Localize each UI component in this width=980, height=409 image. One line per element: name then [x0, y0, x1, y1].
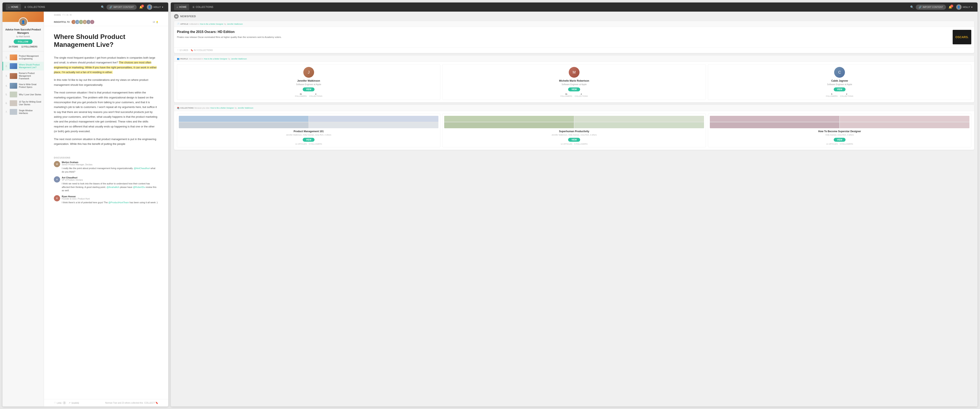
author-link[interactable]: Jennifer Watkinson: [227, 23, 243, 25]
mention-2[interactable]: @Anahallich: [107, 186, 119, 188]
mention-3[interactable]: @RobertDu: [133, 186, 145, 188]
collections-type: COLLECTIONS: [180, 107, 194, 109]
collections-stat: 🔖 IN 3 COLLECTIONS: [191, 49, 213, 51]
left-panel: ⌂ HOME ☰ COLLECTIONS 🔍 🔗 IMPORT CONTENT …: [3, 3, 168, 406]
chevron-down-icon: ▾: [162, 6, 163, 8]
sidebar-stats: 24 ITEMS 12 FOLLOWERS: [5, 46, 41, 48]
import-button-right[interactable]: 🔗 IMPORT CONTENT: [916, 5, 946, 10]
discussion-item-3: R Ryan Hoover Founder & CEO, Product Hun…: [54, 195, 158, 204]
disc-text-3: I think there's a lot of potential here …: [62, 201, 158, 204]
nav-home-right[interactable]: ⌂ HOME: [174, 4, 189, 10]
import-button[interactable]: 🔗 IMPORT CONTENT: [107, 5, 137, 10]
nav-collections[interactable]: ☰ COLLECTIONS: [22, 4, 48, 10]
article-para-2: In this note I'd like to lay out the con…: [54, 78, 158, 87]
people-card: 👥 PEOPLE Also interested in How to Be a …: [174, 56, 974, 102]
bulb-icon: 💡: [156, 21, 158, 23]
user-menu[interactable]: 👤 HOLLY ▾: [145, 3, 165, 11]
link-icon: 🔗: [110, 6, 112, 8]
discussion-item-2: A Ani Chaudhuri VP of Product, Declara I…: [54, 176, 158, 192]
collections-card-header: 📚 COLLECTIONS Because you view How to Be…: [174, 105, 974, 111]
view-coll-1[interactable]: VIEW: [303, 138, 315, 142]
like-button[interactable]: ♡ LIKE 3: [54, 401, 66, 404]
because-by-link[interactable]: Jennifer Watkinson: [238, 107, 253, 109]
newsfeed-icon: 📰: [174, 14, 178, 19]
coll-thumb-2: [444, 116, 704, 128]
notification-button[interactable]: 🔔 4: [138, 4, 145, 10]
email-icon[interactable]: ✉: [70, 13, 72, 16]
mention-1[interactable]: @AniChaudhuri: [134, 167, 150, 169]
twitter-icon[interactable]: t: [65, 13, 65, 16]
insightful-avatars: J A R M K +: [71, 20, 94, 24]
insightful-label: INSIGHTFUL TO: [54, 21, 70, 23]
bookmark-icon: 🔖: [155, 401, 158, 404]
disc-name-3: Ryan Hoover: [62, 195, 158, 198]
search-icon-right[interactable]: 🔍: [909, 4, 915, 10]
sidebar-item-1[interactable]: 1. Product Management vs Engineering: [3, 53, 44, 62]
coll-by-2: Jennifer Watkinson, Holly Keenan, Anna R…: [444, 134, 704, 136]
sidebar: 👤 Advice from Succsful Product Managers …: [3, 11, 44, 406]
coll-card-2: Superhuman Productivity Jennifer Watkins…: [442, 113, 706, 147]
link-icon-right: 🔗: [919, 6, 921, 8]
notification-badge-right: 4: [950, 5, 953, 8]
facebook-icon[interactable]: f: [62, 13, 63, 16]
view-person-1[interactable]: VIEW: [303, 88, 315, 91]
sidebar-item-7[interactable]: 7. Single Window Interfaces: [3, 108, 44, 116]
home-icon: ⌂: [8, 6, 10, 8]
person-stats-1: 31 FOLLOWERS 4 COLLECTIONS: [179, 93, 438, 97]
user-avatar: 👤: [147, 4, 152, 10]
collection-link[interactable]: How to Be a Better Designer: [200, 23, 223, 25]
people-by-link[interactable]: Jennifer Watkinson: [231, 58, 247, 60]
because-label: Because you view: [194, 107, 210, 109]
collections-grid: Product Management 101 Jennifer Watkinso…: [174, 111, 974, 150]
sidebar-list: 1. Product Management vs Engineering 2. …: [3, 51, 44, 406]
collections-card: 📚 COLLECTIONS Because you view How to Be…: [174, 105, 974, 150]
sidebar-thumb-5: [10, 92, 17, 97]
user-avatar-right: 👤: [956, 4, 962, 10]
sidebar-thumb-4: [10, 83, 17, 89]
article-card-header: 📄 ARTICLE Collected in How to Be a Bette…: [174, 21, 974, 27]
user-menu-right[interactable]: 👤 HOLLY ▾: [955, 3, 974, 11]
view-coll-2[interactable]: VIEW: [568, 138, 580, 142]
nav-home[interactable]: ⌂ HOME: [6, 4, 21, 10]
person-role-3: Software Engineer at Apple: [710, 83, 969, 86]
view-coll-3[interactable]: VIEW: [834, 138, 846, 142]
sidebar-item-4[interactable]: 4. How to Write Great Product Specs: [3, 81, 44, 90]
article-para-4: The next most common situation is that p…: [54, 137, 158, 146]
article-footer: ♡ LIKE 3 ↗ SHARE Norman Tran and 23 othe…: [44, 399, 168, 406]
follow-button[interactable]: FOLLOW: [14, 39, 33, 44]
people-collection-link[interactable]: How to Be a Better Designer: [204, 58, 228, 60]
notification-button-right[interactable]: 🔔 4: [947, 4, 954, 10]
search-icon[interactable]: 🔍: [100, 4, 106, 10]
mention-4[interactable]: @ProductHuntTeam: [108, 201, 129, 204]
article-text: Pirating the 2015 Oscars: HD Edition Pir…: [177, 30, 950, 45]
avatar-caleb: C: [834, 67, 845, 78]
disc-role-1: Senior Product Manager, Declara: [62, 164, 158, 166]
sidebar-item-2[interactable]: 2. Where Should Product Management Live?: [3, 62, 44, 70]
view-person-2[interactable]: VIEW: [568, 88, 580, 91]
people-grid: J Jennifer Watkinson Software Engineer a…: [174, 62, 974, 102]
article-para-1: The single most frequent question I get …: [54, 55, 158, 75]
oscars-text: OSCARS.: [955, 35, 969, 39]
sidebar-item-6[interactable]: 6. 10 Tips for Writing Good User Stories: [3, 99, 44, 108]
view-person-3[interactable]: VIEW: [834, 88, 846, 91]
article-card-desc: Pirates now release Oscar-nominated film…: [177, 35, 950, 39]
disc-role-2: VP of Product, Declara: [62, 179, 158, 181]
insightful-avatar-6: +: [90, 20, 94, 24]
newsfeed-header: 📰 NEWSFEED: [174, 14, 974, 19]
collect-button[interactable]: COLLECT 🔖: [144, 401, 158, 404]
sidebar-item-5[interactable]: 5. Why I Love User Stories: [3, 90, 44, 99]
article-body: The single most frequent question I get …: [44, 55, 168, 154]
share-button-footer[interactable]: ↗ SHARE: [68, 401, 79, 404]
sidebar-thumb-6: [10, 100, 17, 106]
sidebar-thumb-2: [10, 63, 17, 69]
coll-by-1: Jennifer Watkinson, Holly Keenan, Anna R…: [179, 134, 438, 136]
linkedin-icon[interactable]: in: [67, 13, 68, 16]
nav-collections-right[interactable]: ☰ COLLECTIONS: [190, 4, 216, 10]
heart-icon: ♡: [54, 401, 56, 404]
because-collection-link[interactable]: How to Be a Better Designer: [210, 107, 234, 109]
sidebar-item-3[interactable]: 3. Roman's Product Management Framework: [3, 70, 44, 81]
article-card-footer: ♡ 12 LIKES 🔖 IN 3 COLLECTIONS: [174, 47, 974, 53]
right-panel: ⌂ HOME ☰ COLLECTIONS 🔍 🔗 IMPORT CONTENT …: [171, 3, 977, 406]
collections-icon-card: 📚: [177, 107, 180, 109]
person-card-1: J Jennifer Watkinson Software Engineer a…: [177, 64, 440, 100]
